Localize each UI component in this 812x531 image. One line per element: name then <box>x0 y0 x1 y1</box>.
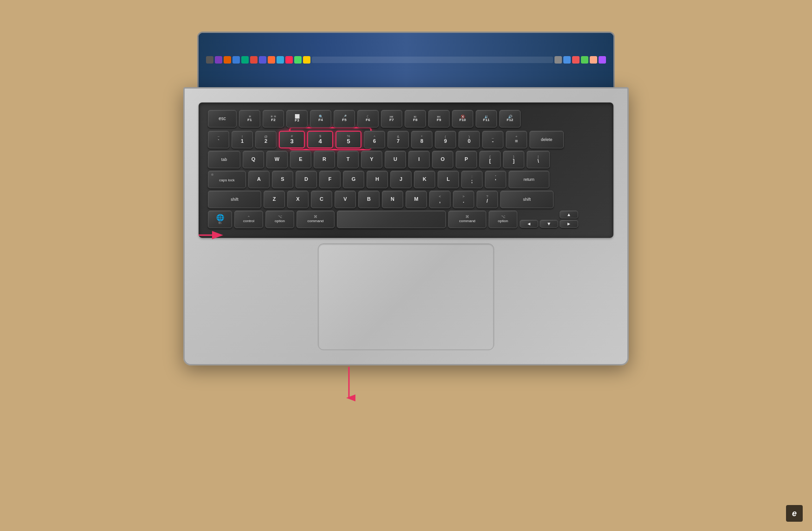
key-f1[interactable]: ☀F1 <box>239 110 260 128</box>
key-6[interactable]: ^6 <box>364 131 385 148</box>
key-f12[interactable]: 🔊F12 <box>499 110 521 128</box>
key-n[interactable]: N <box>382 191 403 208</box>
key-z[interactable]: Z <box>264 191 285 208</box>
key-1[interactable]: !1 <box>232 131 253 148</box>
key-backtick[interactable]: ~` <box>208 131 229 148</box>
key-k[interactable]: K <box>414 171 435 188</box>
key-w[interactable]: W <box>266 151 288 168</box>
engadget-watermark: e <box>786 505 803 522</box>
laptop-screen <box>197 32 615 87</box>
key-globe[interactable]: 🌐 fn <box>208 211 232 228</box>
qwerty-key-row: tab Q W E R T Y U I O P {[ }] |\ <box>208 151 604 168</box>
key-s[interactable]: S <box>272 171 293 188</box>
key-spacebar[interactable] <box>337 211 446 228</box>
key-esc[interactable]: esc <box>208 110 237 128</box>
key-4[interactable]: $4 <box>307 131 333 148</box>
command-arrow-annotation <box>342 365 355 403</box>
key-delete[interactable]: delete <box>529 131 564 148</box>
key-b[interactable]: B <box>358 191 380 208</box>
key-a[interactable]: A <box>248 171 270 188</box>
key-5[interactable]: %5 <box>335 131 361 148</box>
key-comma[interactable]: <, <box>429 191 451 208</box>
key-shift-right[interactable]: shift <box>500 191 554 208</box>
key-2[interactable]: @2 <box>255 131 277 148</box>
key-v[interactable]: V <box>335 191 356 208</box>
key-quote[interactable]: "' <box>485 171 506 188</box>
key-lbracket[interactable]: {[ <box>479 151 501 168</box>
key-o[interactable]: O <box>432 151 453 168</box>
key-rbracket[interactable]: }] <box>503 151 524 168</box>
key-7[interactable]: &7 <box>387 131 409 148</box>
shift-arrow-annotation <box>196 230 224 240</box>
key-f10[interactable]: 🔇F10 <box>452 110 473 128</box>
key-option-right[interactable]: ⌥ option <box>489 211 517 228</box>
key-f4[interactable]: 🔍F4 <box>310 110 331 128</box>
key-u[interactable]: U <box>385 151 406 168</box>
key-semicolon[interactable]: :; <box>461 171 483 188</box>
key-period[interactable]: >. <box>453 191 474 208</box>
key-3[interactable]: #3 <box>279 131 305 148</box>
fn-key-row: esc ☀F1 ☀☀F2 ⬜F3 🔍F4 🎤F5 ☾F6 <box>208 110 604 128</box>
key-f7[interactable]: ⏮F7 <box>381 110 402 128</box>
key-m[interactable]: M <box>406 191 427 208</box>
key-f9[interactable]: ⏭F9 <box>428 110 450 128</box>
key-j[interactable]: J <box>390 171 412 188</box>
key-9[interactable]: (9 <box>435 131 456 148</box>
key-r[interactable]: R <box>314 151 335 168</box>
shift-key-row: shift Z X C V B N M <, >. ?/ shi <box>208 191 604 208</box>
key-e[interactable]: E <box>290 151 311 168</box>
key-x[interactable]: X <box>287 191 309 208</box>
trackpad[interactable] <box>318 243 494 350</box>
key-g[interactable]: G <box>343 171 364 188</box>
key-command-right[interactable]: ⌘ command <box>448 211 486 228</box>
key-8[interactable]: *8 <box>411 131 432 148</box>
bottom-key-row: 🌐 fn ^ control ⌥ option ⌘ command <box>208 211 604 228</box>
key-minus[interactable]: _- <box>482 131 503 148</box>
key-backslash[interactable]: |\ <box>527 151 550 168</box>
key-p[interactable]: P <box>456 151 477 168</box>
key-arrow-down[interactable]: ▼ <box>540 220 558 228</box>
key-control[interactable]: ^ control <box>234 211 263 228</box>
key-d[interactable]: D <box>296 171 317 188</box>
asdf-key-row: caps lock A S D F G H J K L :; "' return <box>208 171 604 188</box>
key-i[interactable]: I <box>408 151 430 168</box>
key-f8[interactable]: ⏯F8 <box>405 110 426 128</box>
key-slash[interactable]: ?/ <box>477 191 498 208</box>
key-y[interactable]: Y <box>361 151 382 168</box>
key-h[interactable]: H <box>367 171 388 188</box>
key-arrow-up[interactable]: ▲ <box>560 211 578 218</box>
key-capslock[interactable]: caps lock <box>208 171 246 188</box>
key-arrow-left[interactable]: ◄ <box>520 220 538 228</box>
key-l[interactable]: L <box>438 171 459 188</box>
number-key-row: ~` !1 @2 #3 $4 %5 ^6 <box>208 131 604 148</box>
key-f6[interactable]: ☾F6 <box>357 110 379 128</box>
key-tab[interactable]: tab <box>208 151 240 168</box>
keyboard: esc ☀F1 ☀☀F2 ⬜F3 🔍F4 🎤F5 ☾F6 <box>199 102 613 238</box>
key-f5[interactable]: 🎤F5 <box>334 110 355 128</box>
key-f[interactable]: F <box>319 171 341 188</box>
laptop-body: esc ☀F1 ☀☀F2 ⬜F3 🔍F4 🎤F5 ☾F6 <box>183 87 629 365</box>
key-0[interactable]: )0 <box>458 131 480 148</box>
key-shift-left[interactable]: shift <box>208 191 261 208</box>
key-f3[interactable]: ⬜F3 <box>286 110 308 128</box>
key-command-left[interactable]: ⌘ command <box>296 211 335 228</box>
key-return[interactable]: return <box>509 171 549 188</box>
trackpad-area <box>199 243 613 355</box>
key-t[interactable]: T <box>337 151 359 168</box>
key-f11[interactable]: 🔉F11 <box>476 110 497 128</box>
key-f2[interactable]: ☀☀F2 <box>263 110 284 128</box>
key-arrow-right[interactable]: ► <box>560 220 578 228</box>
key-c[interactable]: C <box>311 191 332 208</box>
key-equals[interactable]: += <box>506 131 527 148</box>
key-q[interactable]: Q <box>243 151 264 168</box>
key-option-left[interactable]: ⌥ option <box>265 211 294 228</box>
